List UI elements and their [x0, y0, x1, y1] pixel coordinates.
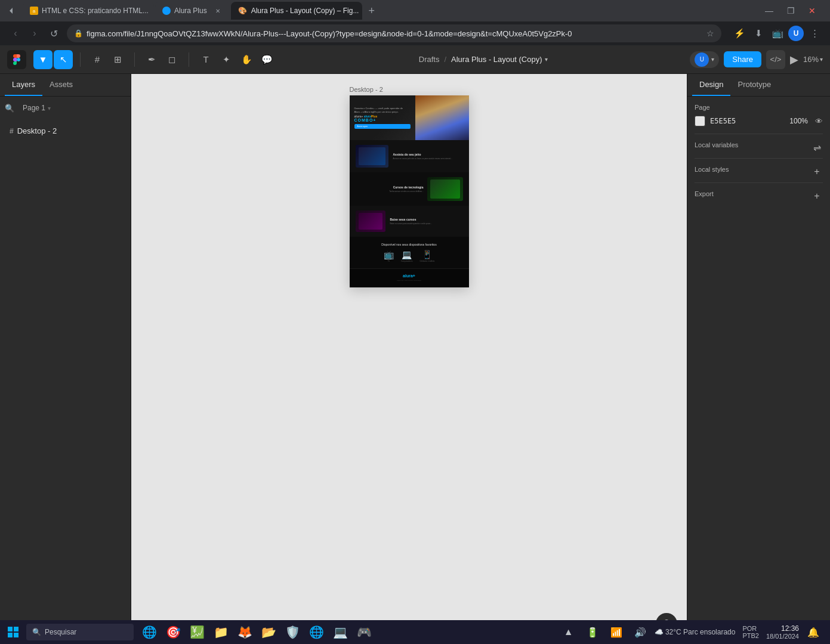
page-color-row: E5E5E5 100% 👁 [695, 116, 823, 126]
svg-rect-1 [14, 627, 18, 631]
new-tab-button[interactable]: + [363, 2, 380, 19]
tab-assets[interactable]: Assets [42, 74, 80, 96]
forward-button[interactable]: › [26, 25, 43, 42]
taskbar-app-game[interactable]: 🎮 [353, 621, 375, 643]
component-tool-button[interactable]: ✦ [217, 50, 236, 69]
zoom-chevron-icon: ▾ [820, 56, 823, 63]
preview-footer: alura+ Sobre nós Ajuda Termos Privacidad… [350, 268, 469, 287]
preview-button[interactable]: ▶ [790, 53, 798, 66]
figma-main: Layers Assets 🔍 Page 1 ▾ # Desktop - 2 [0, 74, 830, 644]
tab-layers[interactable]: Layers [5, 74, 42, 96]
maximize-button[interactable]: ❐ [782, 2, 799, 19]
frame-wrapper: Desktop - 2 Garanta o Combo+ — você pode… [350, 86, 469, 287]
taskbar-app-vscode[interactable]: 💻 [329, 621, 351, 643]
taskbar-battery-icon[interactable]: 🔋 [583, 623, 602, 642]
footer-links: Sobre nós Ajuda Termos Privacidade [354, 280, 464, 283]
tool-group-select: ▼ ↖ [33, 50, 73, 69]
local-variables-label: Local variables [695, 141, 738, 148]
taskbar-app-chrome2[interactable]: 🌐 [306, 621, 327, 643]
breadcrumb-drafts[interactable]: Drafts [419, 55, 440, 64]
breadcrumb-project-title[interactable]: Alura Plus - Layout (Copy) ▾ [451, 55, 547, 64]
taskbar-volume-icon[interactable]: 🔊 [631, 623, 650, 642]
tool-divider-2 [134, 52, 135, 67]
tab-2-close[interactable]: ✕ [213, 6, 223, 16]
comment-tool-button[interactable]: 💬 [257, 50, 276, 69]
tab-2-title: Alura Plus [174, 7, 207, 15]
preview-hero-right [415, 95, 469, 140]
select-tool-button[interactable]: ↖ [54, 50, 73, 69]
refresh-button[interactable]: ↺ [45, 25, 62, 42]
share-button[interactable]: Share [724, 51, 761, 67]
taskbar-notification-bell[interactable]: 🔔 [804, 623, 823, 642]
taskbar-app-shield[interactable]: 🛡️ [282, 621, 303, 643]
browser-tab-3[interactable]: 🎨 Alura Plus - Layout (Copy) – Fig... ✕ [231, 2, 362, 20]
grid-tool-button[interactable]: ⊞ [108, 50, 127, 69]
bookmark-icon[interactable]: ☆ [706, 29, 714, 38]
local-styles-label: Local styles [695, 166, 729, 173]
text-tool-button[interactable]: T [196, 50, 215, 69]
tab-design[interactable]: Design [692, 74, 730, 96]
page-color-swatch[interactable] [695, 116, 705, 126]
downloads-button[interactable]: ⬇ [750, 25, 767, 42]
tab-prototype[interactable]: Prototype [730, 74, 778, 96]
browser-tab-1[interactable]: a HTML e CSS: praticando HTML... ✕ [23, 2, 154, 20]
toolbar-breadcrumb: Drafts / Alura Plus - Layout (Copy) ▾ [281, 55, 685, 64]
preview-section3-title: Baixe seus cursos [390, 218, 432, 221]
taskbar-app-chrome[interactable]: 🌐 [138, 621, 160, 643]
taskbar-app-dart[interactable]: 🎯 [162, 621, 184, 643]
taskbar-search-bar[interactable]: 🔍 Pesquisar [26, 624, 134, 640]
preview-hero-left: Garanta o Combo+ — você pode aprender de… [350, 95, 415, 140]
taskbar-network-icon[interactable]: 📶 [607, 623, 626, 642]
figma-canvas[interactable]: Desktop - 2 Garanta o Combo+ — você pode… [131, 74, 687, 644]
address-input[interactable]: 🔒 figma.com/file/J1nngQoaOVtQZ13fwwXWkN/… [67, 24, 721, 42]
page-color-value: E5E5E5 [710, 117, 736, 125]
extensions-button[interactable]: ⚡ [731, 25, 748, 42]
browser-back-button[interactable] [5, 2, 21, 19]
taskbar-time: 12:36 [781, 624, 799, 633]
taskbar-app-files[interactable]: 📂 [258, 621, 279, 643]
shapes-tool-button[interactable]: ◻ [162, 50, 181, 69]
layer-item-desktop2[interactable]: # Desktop - 2 [5, 124, 126, 138]
move-tool-button[interactable]: ▼ [33, 50, 53, 69]
tool-group-shapes: ✒ ◻ [142, 50, 181, 69]
taskbar: 🔍 Pesquisar 🌐 🎯 💹 📁 🦊 📂 🛡️ 🌐 💻 🎮 ▲ 🔋 📶 🔊… [0, 620, 830, 644]
hero-tagline: Garanta o Combo+ — você pode aprender de [354, 107, 411, 110]
canvas-background: Desktop - 2 Garanta o Combo+ — você pode… [131, 74, 687, 644]
export-add-button[interactable]: + [811, 190, 823, 202]
browser-tab-2[interactable]: Alura Plus ✕ [155, 2, 230, 20]
cast-button[interactable]: 📺 [769, 25, 786, 42]
local-styles-add-button[interactable]: + [811, 166, 823, 178]
tv-icon: 📺 [384, 250, 394, 259]
close-button[interactable]: ✕ [804, 2, 820, 19]
taskbar-app-explorer[interactable]: 📁 [210, 621, 232, 643]
taskbar-app-firefox[interactable]: 🦊 [234, 621, 255, 643]
back-button[interactable]: ‹ [7, 25, 24, 42]
hand-tool-button[interactable]: ✋ [237, 50, 256, 69]
tab-1-title: HTML e CSS: praticando HTML... [42, 7, 149, 15]
user-avatar-browser[interactable]: U [788, 26, 804, 41]
local-variables-row: Local variables ⇌ [695, 141, 823, 153]
local-variables-add-button[interactable]: ⇌ [811, 141, 823, 153]
taskbar-clock: 12:36 18/01/2024 [766, 624, 799, 640]
menu-button[interactable]: ⋮ [806, 25, 823, 42]
preview-section-4: Disponível nos seus dispositivos favorit… [350, 237, 469, 268]
taskbar-search-text: Pesquisar [45, 628, 76, 636]
local-styles-row: Local styles + [695, 166, 823, 178]
browser-toolbar-right: ⚡ ⬇ 📺 U ⋮ [731, 25, 823, 42]
breadcrumb-separator: / [444, 55, 446, 64]
visibility-icon[interactable]: 👁 [815, 117, 823, 126]
code-view-button[interactable]: </> [766, 50, 785, 69]
page-name: Page 1 [23, 104, 45, 112]
page-selector[interactable]: Page 1 ▾ [18, 101, 55, 114]
frame-tool-button[interactable]: # [88, 50, 107, 69]
start-button[interactable] [0, 620, 26, 644]
taskbar-notification-icon[interactable]: ▲ [559, 623, 578, 642]
figma-logo-button[interactable] [7, 50, 26, 69]
zoom-button[interactable]: 16% ▾ [803, 55, 823, 64]
mobile-label: Celulares e tablets [419, 260, 434, 262]
pen-tool-button[interactable]: ✒ [142, 50, 161, 69]
window-controls: — ❐ ✕ [761, 2, 825, 19]
taskbar-apps: 🌐 🎯 💹 📁 🦊 📂 🛡️ 🌐 💻 🎮 [138, 621, 375, 643]
taskbar-app-finance[interactable]: 💹 [186, 621, 208, 643]
minimize-button[interactable]: — [761, 2, 777, 19]
